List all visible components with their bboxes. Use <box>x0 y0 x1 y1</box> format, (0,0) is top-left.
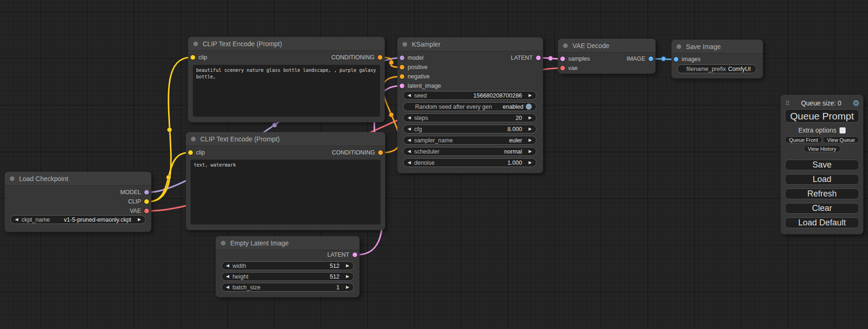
clear-button[interactable]: Clear <box>785 203 859 214</box>
next-arrow-icon[interactable]: ▶ <box>529 149 532 154</box>
slot-dot-latent[interactable] <box>536 56 541 60</box>
drag-handle-icon[interactable]: ⠿ <box>785 100 790 106</box>
prev-arrow-icon[interactable]: ◀ <box>408 138 411 142</box>
node-title-bar[interactable]: CLIP Text Encode (Prompt) <box>188 37 385 51</box>
filename-prefix-widget[interactable]: filename_prefix ComfyUI <box>677 64 756 73</box>
refresh-button[interactable]: Refresh <box>785 189 859 199</box>
extra-options-checkbox[interactable] <box>840 127 846 133</box>
toggle-knob-icon[interactable] <box>526 104 532 110</box>
load-default-button[interactable]: Load Default <box>785 217 859 228</box>
output-slot-latent[interactable]: LATENT <box>511 53 541 63</box>
view-queue-button[interactable]: View Queue <box>823 136 859 143</box>
slot-dot-vae[interactable] <box>560 66 565 70</box>
negative-prompt-textarea[interactable]: text, watermark <box>191 160 381 224</box>
increment-arrow-icon[interactable]: ▶ <box>529 127 532 131</box>
input-slot-images[interactable]: images <box>674 55 700 64</box>
decrement-arrow-icon[interactable]: ◀ <box>408 127 411 131</box>
cfg-widget[interactable]: ◀ cfg 8.000 ▶ <box>403 125 536 133</box>
steps-widget[interactable]: ◀ steps 20 ▶ <box>403 113 536 122</box>
comfyui-canvas[interactable]: { "icons": { "left_arrow": "◀", "right_a… <box>0 0 868 329</box>
input-slot-clip[interactable]: clip <box>191 53 207 62</box>
slot-dot-clip[interactable] <box>191 55 195 60</box>
next-arrow-icon[interactable]: ▶ <box>138 217 141 222</box>
node-clip-text-encode-negative[interactable]: CLIP Text Encode (Prompt) clip CONDITION… <box>186 132 385 230</box>
slot-dot-vae[interactable] <box>144 209 149 213</box>
ckpt-name-widget[interactable]: ◀ ckpt_name v1-5-pruned-emaonly.ckpt ▶ <box>10 215 146 224</box>
slot-dot-latent-image[interactable] <box>400 84 404 88</box>
input-slot-vae[interactable]: vae <box>560 63 578 73</box>
denoise-widget[interactable]: ◀ denoise 1.000 ▶ <box>403 158 536 167</box>
input-slot-positive[interactable]: positive <box>400 63 427 72</box>
gear-icon[interactable]: ⚙ <box>853 99 860 107</box>
scheduler-widget[interactable]: ◀ scheduler normal ▶ <box>403 147 536 156</box>
decrement-arrow-icon[interactable]: ◀ <box>408 116 411 120</box>
random-seed-toggle-widget[interactable]: Random seed after every gen enabled <box>403 102 536 111</box>
output-slot-conditioning[interactable]: CONDITIONING <box>332 53 382 62</box>
input-slot-latent-image[interactable]: latent_image <box>400 81 441 91</box>
decrement-arrow-icon[interactable]: ◀ <box>226 285 229 289</box>
slot-dot-clip[interactable] <box>144 199 149 204</box>
input-slot-model[interactable]: model <box>400 53 423 63</box>
node-title-bar[interactable]: Save Image <box>671 40 763 54</box>
positive-prompt-textarea[interactable]: beautiful scenery nature glass bottle la… <box>193 65 380 117</box>
slot-dot-model[interactable] <box>144 190 149 195</box>
output-slot-vae[interactable]: VAE <box>130 206 149 216</box>
slot-dot-negative[interactable] <box>400 74 404 79</box>
output-slot-model[interactable]: MODEL <box>120 188 149 197</box>
seed-widget[interactable]: ◀ seed 156680208700286 ▶ <box>403 91 536 100</box>
node-vae-decode[interactable]: VAE Decode samples vae IMAGE <box>558 39 656 74</box>
collapse-dot-icon[interactable] <box>191 137 196 141</box>
input-slot-negative[interactable]: negative <box>400 72 430 81</box>
decrement-arrow-icon[interactable]: ◀ <box>226 274 229 279</box>
output-slot-conditioning[interactable]: CONDITIONING <box>332 148 383 157</box>
view-history-button[interactable]: View History <box>804 145 840 152</box>
output-slot-latent[interactable]: LATENT <box>327 250 357 259</box>
node-title-bar[interactable]: Load Checkpoint <box>5 172 151 186</box>
decrement-arrow-icon[interactable]: ◀ <box>408 161 411 165</box>
node-load-checkpoint[interactable]: Load Checkpoint MODEL CLIP VAE ◀ ckpt_na… <box>5 172 151 232</box>
width-widget[interactable]: ◀ width 512 ▶ <box>221 261 354 270</box>
prev-arrow-icon[interactable]: ◀ <box>15 217 18 222</box>
slot-dot-conditioning[interactable] <box>378 55 382 60</box>
prev-arrow-icon[interactable]: ◀ <box>408 149 411 154</box>
slot-dot-image[interactable] <box>649 56 653 61</box>
height-widget[interactable]: ◀ height 512 ▶ <box>221 272 354 281</box>
increment-arrow-icon[interactable]: ▶ <box>529 161 532 165</box>
collapse-dot-icon[interactable] <box>402 42 407 47</box>
slot-dot-positive[interactable] <box>400 65 404 70</box>
collapse-dot-icon[interactable] <box>10 176 14 181</box>
node-title-bar[interactable]: CLIP Text Encode (Prompt) <box>186 132 385 146</box>
collapse-dot-icon[interactable] <box>221 241 226 245</box>
increment-arrow-icon[interactable]: ▶ <box>529 116 532 120</box>
node-ksampler[interactable]: KSampler model positive negative latent_… <box>397 37 543 173</box>
load-button[interactable]: Load <box>785 174 859 185</box>
slot-dot-latent[interactable] <box>353 252 357 257</box>
slot-dot-conditioning[interactable] <box>378 150 383 155</box>
decrement-arrow-icon[interactable]: ◀ <box>226 264 229 268</box>
slot-dot-clip[interactable] <box>188 150 193 155</box>
node-save-image[interactable]: Save Image images filename_prefix ComfyU… <box>671 40 763 78</box>
input-slot-clip[interactable]: clip <box>188 148 205 157</box>
slot-dot-samples[interactable] <box>560 56 565 61</box>
increment-arrow-icon[interactable]: ▶ <box>529 93 532 98</box>
slot-dot-model[interactable] <box>400 56 404 60</box>
collapse-dot-icon[interactable] <box>193 42 198 46</box>
queue-panel[interactable]: ⠿ Queue size: 0 ⚙ Queue Prompt Extra opt… <box>781 95 863 234</box>
save-button[interactable]: Save <box>785 160 859 170</box>
output-slot-clip[interactable]: CLIP <box>128 197 149 206</box>
output-slot-image[interactable]: IMAGE <box>627 54 653 63</box>
increment-arrow-icon[interactable]: ▶ <box>346 264 349 268</box>
batch-size-widget[interactable]: ◀ batch_size 1 ▶ <box>221 283 354 292</box>
node-title-bar[interactable]: VAE Decode <box>558 39 656 53</box>
queue-front-button[interactable]: Queue Front <box>785 136 822 143</box>
next-arrow-icon[interactable]: ▶ <box>529 138 532 142</box>
node-empty-latent-image[interactable]: Empty Latent Image LATENT ◀ width 512 ▶ … <box>216 236 360 297</box>
node-clip-text-encode-positive[interactable]: CLIP Text Encode (Prompt) clip CONDITION… <box>188 37 385 122</box>
increment-arrow-icon[interactable]: ▶ <box>346 274 349 279</box>
input-slot-samples[interactable]: samples <box>560 54 590 63</box>
queue-prompt-button[interactable]: Queue Prompt <box>785 109 859 123</box>
collapse-dot-icon[interactable] <box>563 43 568 48</box>
node-title-bar[interactable]: KSampler <box>397 37 543 51</box>
decrement-arrow-icon[interactable]: ◀ <box>408 93 411 98</box>
node-title-bar[interactable]: Empty Latent Image <box>216 236 360 250</box>
